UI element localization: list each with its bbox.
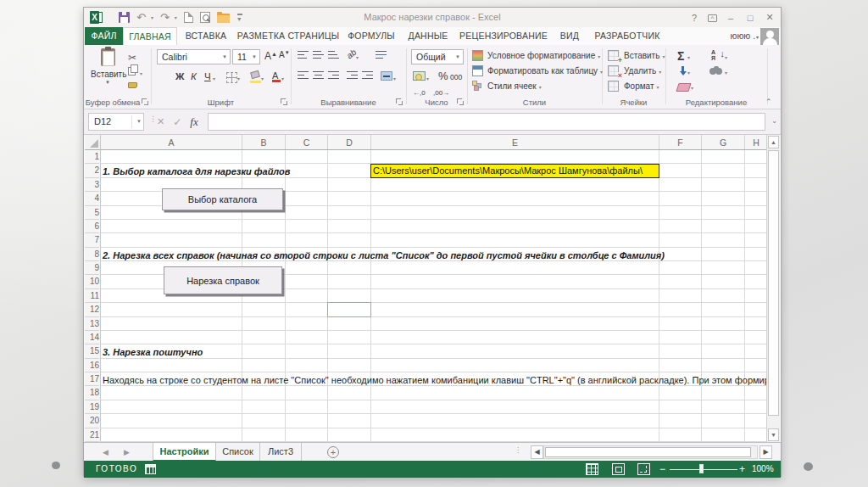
scroll-up-icon[interactable]: ▲ [768, 136, 779, 148]
row-header-10[interactable]: 10 [85, 275, 99, 288]
row-header-6[interactable]: 6 [85, 220, 99, 233]
format-painter-icon[interactable] [128, 82, 137, 88]
grow-font-icon[interactable]: A▲ [264, 50, 277, 62]
column-header-d[interactable]: D [328, 135, 371, 150]
accounting-format-icon[interactable] [413, 71, 426, 81]
number-format-combo[interactable]: Общий ▼ [411, 49, 464, 64]
print-preview-icon[interactable] [200, 12, 210, 23]
column-header-f[interactable]: F [659, 135, 702, 150]
cut-icon[interactable]: ✂ [128, 52, 136, 64]
sort-filter-dropdown-icon[interactable]: ▾ [725, 54, 727, 60]
normal-view-icon[interactable] [586, 463, 598, 475]
ribbon-tab-data[interactable]: ДАННЫЕ [401, 27, 455, 45]
macro-button-folder[interactable]: Выбор каталога [162, 188, 283, 210]
next-sheet-icon[interactable]: ▶ [124, 443, 130, 462]
row-header-17[interactable]: 17 [85, 372, 99, 386]
prev-sheet-icon[interactable]: ◀ [103, 443, 108, 462]
row-header-9[interactable]: 9 [85, 261, 99, 275]
page-break-view-icon[interactable] [637, 463, 650, 475]
ribbon-tab-developer[interactable]: РАЗРАБОТЧИК [587, 27, 667, 45]
underline-dropdown-icon[interactable]: ▾ [213, 76, 215, 81]
undo-icon[interactable]: ↶ [136, 12, 146, 23]
row-header-21[interactable]: 21 [85, 428, 99, 442]
row-header-13[interactable]: 13 [85, 317, 99, 331]
ribbon-tab-page-layout[interactable]: РАЗМЕТКА СТРАНИЦЫ [235, 27, 342, 45]
save-icon[interactable] [119, 12, 130, 23]
increase-indent-icon[interactable] [362, 71, 373, 80]
help-button[interactable]: ? [688, 13, 700, 23]
ribbon-tab-view[interactable]: ВИД [552, 27, 587, 45]
cancel-entry-icon[interactable]: ✕ [157, 116, 164, 127]
clear-dropdown-icon[interactable]: ▾ [691, 85, 693, 91]
autosum-icon[interactable]: Σ [677, 49, 684, 63]
decrease-indent-icon[interactable] [347, 71, 358, 80]
row-header-15[interactable]: 15 [85, 344, 99, 358]
undo-dropdown-icon[interactable]: ▾ [151, 14, 153, 20]
zoom-out-icon[interactable]: − [659, 461, 665, 478]
formula-input[interactable] [208, 113, 765, 131]
row-header-5[interactable]: 5 [85, 206, 99, 220]
align-right-icon[interactable] [328, 71, 339, 80]
zoom-in-icon[interactable]: + [739, 461, 745, 478]
row-header-14[interactable]: 14 [85, 331, 99, 344]
column-header-b[interactable]: B [242, 135, 286, 150]
insert-function-icon[interactable]: fx [190, 115, 198, 129]
close-button[interactable]: ✕ [764, 12, 776, 23]
zoom-slider-thumb[interactable] [699, 464, 704, 473]
ribbon-options-button[interactable]: ^ [708, 14, 717, 22]
open-folder-icon[interactable] [217, 14, 230, 23]
borders-dropdown-icon[interactable]: ▾ [237, 76, 240, 81]
name-box[interactable]: D12 ▼ [88, 113, 144, 131]
selected-cell-d12[interactable] [327, 302, 371, 317]
font-color-dropdown-icon[interactable]: ▾ [281, 76, 284, 81]
grid-area[interactable]: 1. Выбор каталога для нарезки файловC:\U… [101, 150, 768, 442]
scroll-down-icon[interactable]: ▼ [768, 428, 779, 441]
row-header-11[interactable]: 11 [85, 289, 99, 303]
vertical-scrollbar[interactable]: ▲ ▼ [766, 135, 780, 442]
row-header-20[interactable]: 20 [85, 414, 99, 428]
copy-icon[interactable] [128, 67, 136, 76]
new-sheet-button[interactable]: + [327, 446, 339, 458]
vertical-scroll-thumb[interactable] [768, 150, 779, 416]
fill-dropdown-icon[interactable]: ▾ [687, 70, 690, 76]
format-cells-button[interactable]: Формат▾ [624, 81, 659, 91]
fill-color-dropdown-icon[interactable]: ▾ [261, 76, 264, 81]
redo-dropdown-icon[interactable]: ▾ [175, 14, 177, 20]
scroll-right-icon[interactable]: ▶ [760, 445, 772, 459]
horizontal-scrollbar[interactable] [543, 445, 758, 459]
font-dialog-launcher[interactable] [281, 98, 288, 106]
user-avatar[interactable] [760, 28, 779, 45]
minimize-button[interactable]: – [725, 13, 737, 23]
sheet-tab-settings[interactable]: Настройки [153, 443, 216, 462]
clipboard-dialog-launcher[interactable] [142, 98, 149, 106]
fill-color-icon[interactable] [250, 71, 261, 81]
tab-scroll-splitter[interactable]: ⋮ [515, 449, 517, 456]
zoom-slider-track[interactable] [670, 469, 737, 470]
page-layout-view-icon[interactable] [612, 463, 625, 475]
align-top-icon[interactable] [298, 51, 309, 59]
insert-cells-button[interactable]: Вставить▾ [624, 51, 665, 60]
ribbon-tab-home[interactable]: ГЛАВНАЯ [123, 27, 177, 45]
autosum-dropdown-icon[interactable]: ▾ [687, 54, 690, 60]
bold-button[interactable]: Ж [175, 71, 184, 81]
accounting-dropdown-icon[interactable]: ▾ [426, 76, 429, 81]
select-all-corner[interactable] [85, 135, 101, 150]
ribbon-tab-review[interactable]: РЕЦЕНЗИРОВАНИЕ [455, 27, 552, 45]
borders-icon[interactable] [226, 72, 237, 83]
conditional-formatting-button[interactable]: Условное форматирование▾ [487, 51, 600, 60]
macro-record-icon[interactable] [145, 464, 156, 474]
cell-styles-button[interactable]: Стили ячеек▾ [487, 81, 542, 91]
percent-style-icon[interactable]: % [438, 70, 448, 82]
clear-icon[interactable] [676, 83, 691, 92]
ribbon-tab-file[interactable]: ФАЙЛ [85, 27, 123, 45]
delete-cells-button[interactable]: Удалить▾ [624, 66, 661, 76]
formula-bar-splitter[interactable]: ⋮ [149, 117, 151, 127]
horizontal-scroll-thumb[interactable] [545, 447, 751, 457]
underline-button[interactable]: Ч [204, 71, 211, 81]
row-header-1[interactable]: 1 [85, 150, 99, 164]
sheet-tab-list[interactable]: Список [216, 443, 260, 462]
row-header-18[interactable]: 18 [85, 386, 99, 400]
redo-icon[interactable]: ↷ [160, 12, 170, 23]
merge-center-dropdown-icon[interactable]: ▾ [393, 76, 396, 81]
font-name-combo[interactable]: Calibri ▼ [157, 49, 231, 64]
